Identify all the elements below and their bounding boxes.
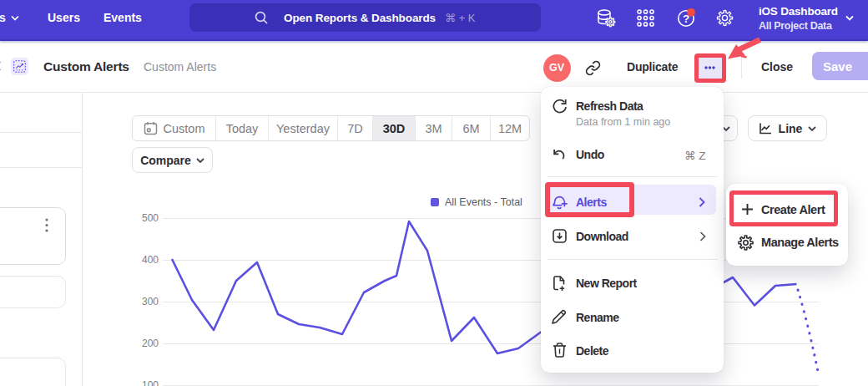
svg-text:100: 100 (142, 379, 159, 386)
svg-text:400: 400 (142, 254, 159, 266)
svg-text:500: 500 (142, 212, 159, 224)
svg-text:300: 300 (142, 296, 159, 307)
svg-text:200: 200 (142, 338, 159, 349)
